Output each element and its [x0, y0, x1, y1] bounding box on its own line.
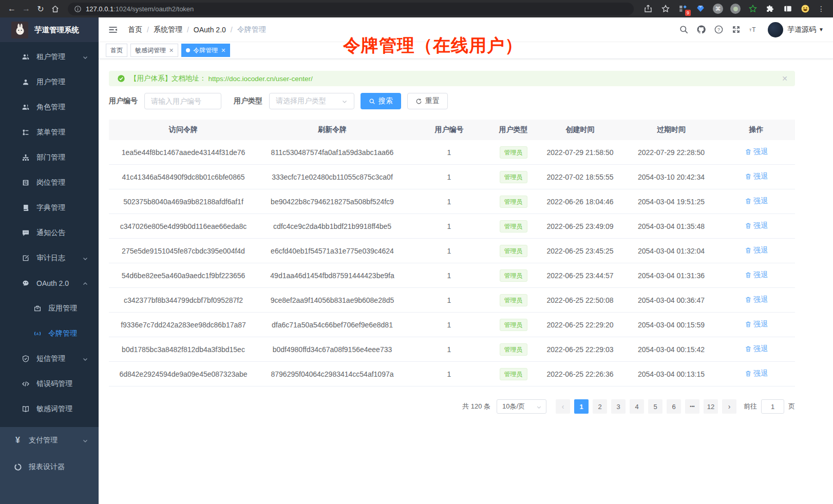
breadcrumb-current: 令牌管理: [237, 25, 266, 34]
fullscreen-icon[interactable]: [731, 25, 741, 34]
sidebar-item-sensitive-word[interactable]: 敏感词管理: [0, 396, 99, 421]
site-info-icon[interactable]: [74, 5, 82, 13]
bookmark-star-icon[interactable]: [660, 3, 671, 14]
force-logout-button[interactable]: 强退: [745, 270, 768, 280]
force-logout-button[interactable]: 强退: [745, 246, 768, 255]
sidebar-item-pay[interactable]: ¥支付管理: [0, 427, 99, 454]
extension-record-icon[interactable]: [730, 3, 741, 14]
page-button-5[interactable]: 5: [648, 399, 662, 414]
user-avatar[interactable]: [768, 22, 783, 37]
profile-avatar-icon[interactable]: [800, 3, 811, 14]
reload-icon[interactable]: ↻: [34, 2, 47, 15]
page-button-6[interactable]: 6: [667, 399, 681, 414]
breadcrumb-home[interactable]: 首页: [128, 25, 142, 34]
page-size-select[interactable]: 10条/页: [497, 399, 546, 414]
caret-down-icon[interactable]: ▼: [819, 27, 824, 32]
force-logout-button[interactable]: 强退: [745, 295, 768, 304]
page-button-2[interactable]: 2: [593, 399, 607, 414]
delete-icon: [745, 272, 752, 279]
search-icon[interactable]: [679, 25, 689, 34]
help-icon[interactable]: ?: [714, 25, 724, 34]
sidebar-item-role[interactable]: 角色管理: [0, 94, 99, 120]
doc-link[interactable]: https://doc.iocoder.cn/user-center/: [209, 75, 313, 83]
forward-icon[interactable]: →: [20, 2, 33, 15]
sidebar-item-user[interactable]: 用户管理: [0, 69, 99, 94]
sidebar-item-dict[interactable]: 字典管理: [0, 195, 99, 220]
share-icon[interactable]: [642, 3, 654, 14]
force-logout-button[interactable]: 强退: [745, 221, 768, 230]
page-button-12[interactable]: 12: [704, 399, 718, 414]
extension-squares-icon[interactable]: 9: [677, 3, 689, 14]
force-logout-button[interactable]: 强退: [745, 320, 768, 329]
force-logout-cell: 强退: [717, 197, 795, 206]
alert-close-icon[interactable]: ✕: [782, 74, 788, 83]
back-icon[interactable]: ←: [5, 2, 18, 15]
home-icon[interactable]: [48, 2, 62, 15]
sidebar-item-oauth2[interactable]: OAuth 2.0: [0, 270, 99, 296]
sidebar-item-post[interactable]: 岗位管理: [0, 170, 99, 195]
app-logo[interactable]: 芋道管理系统: [0, 17, 99, 42]
side-panel-icon[interactable]: [782, 3, 793, 14]
page-button-3[interactable]: 3: [611, 399, 626, 414]
reset-button[interactable]: 重置: [407, 93, 448, 109]
force-logout-button[interactable]: 强退: [745, 172, 768, 181]
extension-command-icon[interactable]: ⌘: [712, 3, 724, 14]
table-row: 41c41346a548490f9dc8b01c6bfe0865333ecfc7…: [109, 165, 795, 189]
tab-close-icon[interactable]: ✕: [221, 47, 225, 54]
force-logout-button[interactable]: 强退: [745, 344, 768, 354]
sidebar-item-menu[interactable]: 菜单管理: [0, 120, 99, 145]
expire-time-cell: 2054-03-04 00:15:59: [625, 321, 717, 329]
sidebar-item-tenant[interactable]: 租户管理: [0, 44, 99, 69]
chrome-menu-icon[interactable]: ⋮: [815, 2, 828, 15]
breadcrumb-oauth2[interactable]: OAuth 2.0: [194, 26, 226, 34]
font-size-icon[interactable]: TT: [749, 25, 759, 34]
github-icon[interactable]: [696, 25, 706, 34]
sidebar-item-label: 错误码管理: [36, 379, 72, 389]
sidebar-toggle-icon[interactable]: [108, 25, 118, 35]
refresh-token-cell: 9ce8ef2aa9f14056b831ae9b608e28d5: [258, 296, 407, 304]
username-label[interactable]: 芋道源码: [787, 25, 816, 34]
breadcrumb-system[interactable]: 系统管理: [154, 25, 182, 34]
prev-page-button[interactable]: ‹: [556, 399, 570, 414]
search-button[interactable]: 搜索: [361, 93, 401, 109]
sidebar-item-dept[interactable]: 部门管理: [0, 145, 99, 170]
user-type-select[interactable]: 请选择用户类型: [269, 93, 354, 109]
sidebar-item-oauth2-app[interactable]: 应用管理: [0, 296, 99, 321]
user-type-tag: 管理员: [500, 171, 527, 183]
expire-time-cell: 2054-03-04 00:15:42: [625, 345, 717, 354]
column-header: 刷新令牌: [258, 125, 407, 134]
force-logout-button[interactable]: 强退: [745, 197, 768, 206]
extension-gem-icon[interactable]: [695, 3, 706, 14]
sidebar-item-error-code[interactable]: 错误码管理: [0, 371, 99, 396]
sidebar-menu: 租户管理用户管理角色管理菜单管理部门管理岗位管理字典管理通知公告审计日志OAut…: [0, 42, 99, 427]
next-page-button[interactable]: ›: [722, 399, 736, 414]
address-bar[interactable]: 127.0.0.1:1024/system/oauth2/token: [68, 3, 634, 15]
user-id-cell: 1: [407, 321, 491, 329]
tab-sensitive-word[interactable]: 敏感词管理✕: [130, 44, 178, 57]
jump-page-input[interactable]: [761, 399, 784, 414]
user-id-cell: 1: [407, 148, 491, 157]
sidebar-item-sms[interactable]: 短信管理: [0, 346, 99, 371]
force-logout-button[interactable]: 强退: [745, 369, 768, 378]
refresh-token-cell: dfa6c71a50a54c66bef706ef9e6e8d81: [258, 321, 407, 329]
sidebar-item-audit-log[interactable]: 审计日志: [0, 245, 99, 270]
refresh-token-cell: 8796295f04064c2983414cc54af1097a: [258, 370, 407, 378]
force-logout-button[interactable]: 强退: [745, 147, 768, 157]
user-type-cell: 管理员: [491, 171, 535, 183]
page-button-1[interactable]: 1: [574, 399, 589, 414]
tab-close-icon[interactable]: ✕: [169, 47, 174, 54]
page-button-4[interactable]: 4: [630, 399, 644, 414]
sidebar-item-notice[interactable]: 通知公告: [0, 220, 99, 245]
user-id-cell: 1: [407, 272, 491, 280]
user-id-input[interactable]: [144, 93, 221, 109]
tab-token-management[interactable]: 令牌管理✕: [181, 44, 230, 57]
report-icon: [13, 463, 22, 472]
extension-star-icon[interactable]: [747, 3, 759, 14]
extension-puzzle-icon[interactable]: [765, 3, 776, 14]
force-logout-cell: 强退: [717, 344, 795, 354]
access-token-cell: 41c41346a548490f9dc8b01c6bfe0865: [109, 173, 258, 181]
sidebar-item-oauth2-token[interactable]: A令牌管理: [0, 321, 99, 346]
tab-home[interactable]: 首页: [106, 44, 127, 57]
page-more-button[interactable]: •••: [685, 399, 699, 414]
sidebar-item-report[interactable]: 报表设计器: [0, 454, 99, 480]
